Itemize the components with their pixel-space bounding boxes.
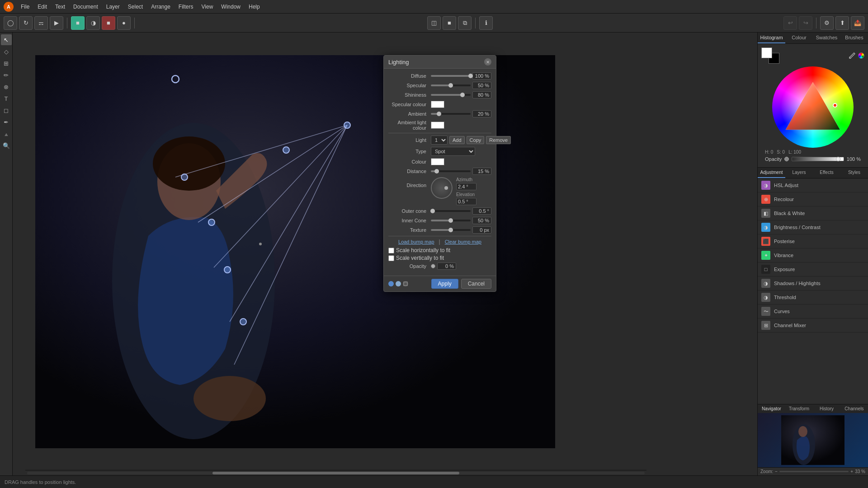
h-scroll-thumb[interactable]	[212, 472, 459, 474]
color-select-dot[interactable]	[833, 103, 837, 108]
snap-btn[interactable]: ⚎	[34, 16, 48, 30]
menu-text[interactable]: Text	[52, 2, 69, 11]
tab-colour[interactable]: Colour	[785, 33, 813, 43]
tool-pen[interactable]: ✒	[1, 117, 12, 127]
tool-zoom[interactable]: 🔍	[1, 140, 12, 151]
tool-crop[interactable]: ⊞	[1, 58, 12, 69]
mode-icon-1[interactable]	[388, 281, 394, 286]
cancel-button[interactable]: Cancel	[461, 279, 491, 289]
open-btn[interactable]: ↻	[19, 16, 33, 30]
distance-slider[interactable]	[431, 170, 471, 172]
info-btn[interactable]: ℹ	[479, 16, 493, 30]
type-selector[interactable]: Spot Point Directional	[431, 147, 475, 156]
grid-btn[interactable]: ◫	[427, 16, 441, 30]
tool-move[interactable]: ↖	[1, 34, 12, 45]
ambient-slider[interactable]	[431, 113, 471, 115]
adj-item-exposure[interactable]: □ Exposure	[758, 263, 868, 277]
adj-item-curves[interactable]: 〜 Curves	[758, 305, 868, 319]
load-bump-map-button[interactable]: Load bump map	[398, 239, 434, 244]
outer-cone-slider[interactable]	[431, 210, 471, 212]
circle-btn[interactable]: ●	[117, 16, 131, 30]
light-selector[interactable]: 1 2 3	[431, 136, 448, 145]
tab-swatches[interactable]: Swatches	[813, 33, 840, 43]
tab-navigator[interactable]: Navigator	[758, 404, 785, 413]
tool-paint[interactable]: ✏	[1, 70, 12, 80]
adj-item-channel-mixer[interactable]: ⊞ Channel Mixer	[758, 319, 868, 333]
assist-btn[interactable]: ⧉	[458, 16, 472, 30]
scale-h-checkbox[interactable]	[388, 248, 394, 253]
contrast-btn[interactable]: ◑	[86, 16, 100, 30]
ambient-colour-swatch[interactable]	[431, 122, 444, 129]
opacity-thumb[interactable]	[836, 157, 840, 161]
history-btn[interactable]: ▶	[50, 16, 63, 30]
tab-history[interactable]: History	[813, 404, 840, 413]
zoom-thumb[interactable]	[259, 243, 262, 245]
horizontal-scrollbar[interactable]	[25, 470, 646, 475]
copy-light-button[interactable]: Copy	[467, 136, 485, 144]
adj-item-threshold[interactable]: ◑ Threshold	[758, 291, 868, 305]
specular-colour-swatch[interactable]	[431, 101, 444, 108]
zoom-minus[interactable]: −	[775, 469, 778, 474]
adj-item-black-&-white[interactable]: ◧ Black & White	[758, 206, 868, 221]
new-btn[interactable]: ◯	[4, 16, 17, 30]
mask-btn[interactable]: ■	[443, 16, 456, 30]
tool-text[interactable]: T	[1, 93, 12, 104]
opacity-slider[interactable]	[792, 157, 844, 161]
zoom-slider[interactable]	[779, 471, 849, 472]
direction-wheel[interactable]	[431, 177, 453, 199]
shininess-slider[interactable]	[431, 94, 471, 96]
tab-channels[interactable]: Channels	[840, 404, 868, 413]
export-btn[interactable]: ⬆	[835, 16, 849, 30]
tool-shape[interactable]: ◻	[1, 105, 12, 116]
menu-select[interactable]: Select	[124, 2, 146, 11]
settings-btn[interactable]: ⚙	[820, 16, 834, 30]
remove-light-button[interactable]: Remove	[486, 136, 511, 144]
redo-btn[interactable]: ↪	[799, 16, 812, 30]
menu-layer[interactable]: Layer	[103, 2, 123, 11]
tab-adjustment[interactable]: Adjustment	[758, 168, 785, 178]
tab-transform[interactable]: Transform	[785, 404, 813, 413]
color-btn[interactable]: ■	[71, 16, 85, 30]
light-colour-swatch[interactable]	[431, 158, 444, 165]
publish-btn[interactable]: 📤	[851, 16, 864, 30]
elevation-input[interactable]	[456, 198, 476, 205]
tab-brushes[interactable]: Brushes	[840, 33, 868, 43]
inner-cone-slider[interactable]	[431, 220, 471, 221]
tool-fill[interactable]: ⊗	[1, 81, 12, 92]
mode-icon-2[interactable]	[396, 281, 401, 286]
menu-window[interactable]: Window	[217, 2, 244, 11]
scale-v-checkbox[interactable]	[388, 255, 394, 261]
dialog-close-button[interactable]: ✕	[484, 58, 491, 66]
tool-blend[interactable]: ⟁	[1, 128, 12, 139]
edit-icon[interactable]	[848, 52, 856, 60]
azimuth-input[interactable]	[456, 183, 476, 190]
mode-icon-3[interactable]	[403, 281, 408, 286]
menu-edit[interactable]: Edit	[34, 2, 51, 11]
fg-bg-swatches[interactable]	[761, 47, 779, 64]
color-mode-icon[interactable]	[858, 52, 864, 59]
tool-node[interactable]: ◇	[1, 46, 12, 57]
texture-slider[interactable]	[431, 229, 471, 231]
menu-filters[interactable]: Filters	[175, 2, 197, 11]
clear-bump-map-button[interactable]: Clear bump map	[445, 239, 481, 244]
foreground-swatch[interactable]	[761, 47, 772, 58]
menu-help[interactable]: Help	[245, 2, 264, 11]
menu-view[interactable]: View	[198, 2, 217, 11]
add-light-button[interactable]: Add	[449, 136, 465, 144]
menu-arrange[interactable]: Arrange	[147, 2, 174, 11]
hsl-btn[interactable]: ■	[102, 16, 115, 30]
adj-item-brightness-contrast[interactable]: ◑ Brightness / Contrast	[758, 221, 868, 235]
tab-layers[interactable]: Layers	[785, 168, 813, 178]
zoom-plus[interactable]: +	[850, 469, 853, 474]
apply-button[interactable]: Apply	[431, 279, 458, 289]
menu-file[interactable]: File	[17, 2, 33, 11]
undo-btn[interactable]: ↩	[783, 16, 797, 30]
adj-item-shadows-highlights[interactable]: ◑ Shadows / Highlights	[758, 277, 868, 291]
adj-item-posterise[interactable]: ⬛ Posterise	[758, 235, 868, 249]
adj-item-hsl-adjust[interactable]: ◑ HSL Adjust	[758, 178, 868, 192]
tab-histogram[interactable]: Histogram	[758, 33, 785, 43]
tab-styles[interactable]: Styles	[840, 168, 868, 178]
specular-slider[interactable]	[431, 84, 471, 86]
adj-item-recolour[interactable]: ⊕ Recolour	[758, 192, 868, 206]
menu-document[interactable]: Document	[70, 2, 102, 11]
